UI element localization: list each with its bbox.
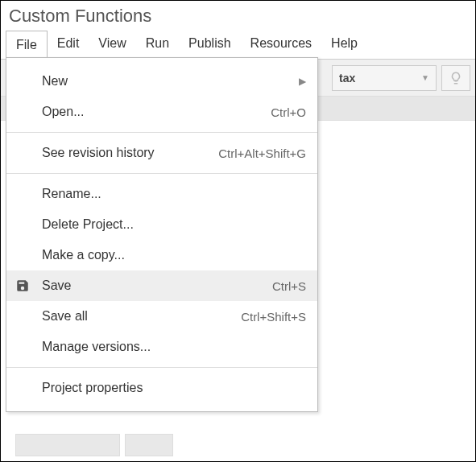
menu-item-shortcut: Ctrl+O xyxy=(271,105,306,119)
menu-item-new[interactable]: New▶ xyxy=(6,66,317,97)
menu-item-label: See revision history xyxy=(42,146,155,160)
menubar-item-run[interactable]: Run xyxy=(136,30,179,59)
menu-item-label: Open... xyxy=(42,105,84,119)
project-title: Custom Functions xyxy=(1,1,475,28)
menu-item-save-all[interactable]: Save allCtrl+Shift+S xyxy=(6,301,317,332)
save-icon xyxy=(14,278,31,294)
menu-item-project-properties[interactable]: Project properties xyxy=(6,373,317,403)
function-select-label: tax xyxy=(339,72,355,85)
function-select-dropdown[interactable]: tax ▼ xyxy=(332,65,437,91)
caret-down-icon: ▼ xyxy=(421,73,429,82)
menubar-item-help[interactable]: Help xyxy=(321,30,367,59)
menu-separator xyxy=(6,132,317,133)
menu-item-make-a-copy[interactable]: Make a copy... xyxy=(6,240,317,270)
menu-item-rename[interactable]: Rename... xyxy=(6,179,317,209)
hint-button[interactable] xyxy=(441,65,470,91)
bottom-tabs xyxy=(15,434,173,456)
bottom-tab[interactable] xyxy=(125,434,173,456)
menu-item-label: New xyxy=(42,74,68,89)
menubar-item-resources[interactable]: Resources xyxy=(241,30,321,59)
menu-item-label: Make a copy... xyxy=(42,248,125,262)
menubar: FileEditViewRunPublishResourcesHelp xyxy=(1,28,475,60)
menu-item-shortcut: Ctrl+Shift+S xyxy=(241,310,306,324)
menu-item-label: Save xyxy=(42,278,71,293)
menu-item-shortcut: Ctrl+S xyxy=(272,279,306,293)
lightbulb-icon xyxy=(449,71,463,85)
menu-separator xyxy=(6,173,317,174)
file-menu-popover: New▶Open...Ctrl+OSee revision historyCtr… xyxy=(6,57,318,412)
menu-item-manage-versions[interactable]: Manage versions... xyxy=(6,332,317,362)
menu-item-save[interactable]: SaveCtrl+S xyxy=(6,270,317,301)
menu-item-shortcut: Ctrl+Alt+Shift+G xyxy=(218,146,306,160)
menu-separator xyxy=(6,367,317,368)
submenu-arrow-icon: ▶ xyxy=(299,76,306,87)
menu-item-label: Project properties xyxy=(42,381,143,395)
menu-item-label: Manage versions... xyxy=(42,340,151,354)
menubar-item-edit[interactable]: Edit xyxy=(48,30,89,59)
menu-item-see-revision-history[interactable]: See revision historyCtrl+Alt+Shift+G xyxy=(6,138,317,168)
bottom-tab[interactable] xyxy=(15,434,120,456)
menu-item-label: Rename... xyxy=(42,187,101,201)
menu-item-delete-project[interactable]: Delete Project... xyxy=(6,209,317,240)
menubar-item-file[interactable]: File xyxy=(6,31,48,60)
menubar-item-publish[interactable]: Publish xyxy=(179,30,240,59)
menu-item-label: Delete Project... xyxy=(42,217,134,232)
menubar-item-view[interactable]: View xyxy=(89,30,135,59)
menu-item-label: Save all xyxy=(42,309,88,324)
menu-item-open[interactable]: Open...Ctrl+O xyxy=(6,97,317,127)
